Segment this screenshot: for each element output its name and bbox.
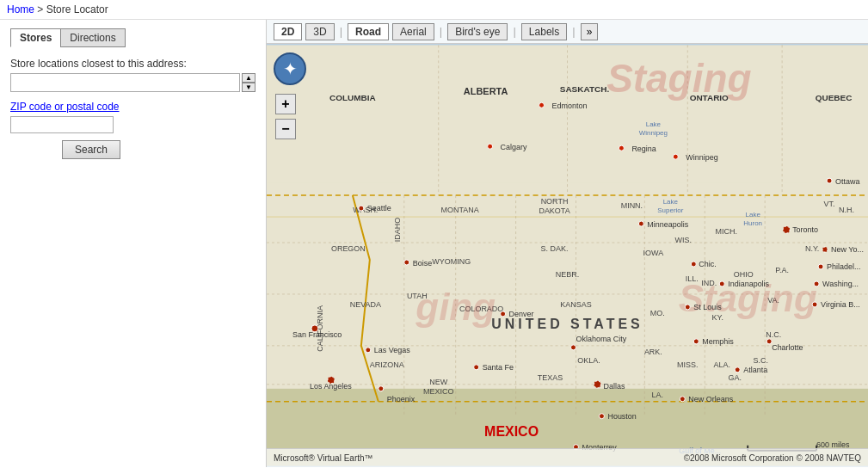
toolbar-sep1: | (340, 25, 342, 38)
svg-text:SASKATCH.: SASKATCH. (560, 84, 610, 94)
svg-text:UNITED STATES: UNITED STATES (491, 317, 643, 331)
svg-text:ALA.: ALA. (714, 360, 730, 369)
map-svg: ALBERTA SASKATCH. COLUMBIA ONTARIO QUEBE… (267, 44, 868, 467)
svg-text:Huron: Huron (743, 219, 762, 227)
svg-text:Los Angeles: Los Angeles (310, 382, 352, 391)
toolbar-sep4: | (572, 25, 575, 38)
address-scroll-up[interactable]: ▲ (242, 73, 255, 83)
road-button[interactable]: Road (348, 23, 389, 40)
svg-point-129 (812, 302, 817, 307)
zip-input[interactable] (10, 116, 114, 133)
svg-text:Indianapolis: Indianapolis (728, 280, 769, 288)
address-input[interactable] (10, 73, 240, 92)
map-copyright: ©2008 Microsoft Corporation © 2008 NAVTE… (684, 453, 861, 463)
svg-text:Minneapolis: Minneapolis (647, 220, 688, 229)
labels-button[interactable]: Labels (521, 23, 567, 40)
birds-eye-button[interactable]: Bird's eye (447, 23, 508, 40)
svg-text:COLUMBIA: COLUMBIA (329, 93, 376, 102)
svg-text:GA.: GA. (728, 373, 741, 382)
svg-text:MEXICO: MEXICO (423, 387, 453, 396)
search-button[interactable]: Search (62, 140, 120, 159)
tab-stores[interactable]: Stores (10, 28, 60, 47)
svg-text:Virginia B...: Virginia B... (821, 300, 860, 309)
svg-text:Atlanta: Atlanta (743, 366, 767, 374)
svg-text:MINN.: MINN. (621, 201, 643, 210)
svg-text:NORTH: NORTH (541, 197, 569, 206)
svg-point-97 (594, 381, 600, 388)
svg-point-75 (619, 145, 624, 151)
svg-text:S. DAK.: S. DAK. (541, 244, 569, 253)
svg-text:St Louis: St Louis (693, 303, 722, 311)
svg-text:Regina: Regina (631, 145, 656, 153)
svg-point-87 (379, 386, 384, 391)
svg-text:New Yo...: New Yo... (831, 245, 864, 254)
svg-text:N.C.: N.C. (766, 330, 781, 339)
svg-text:Dallas: Dallas (603, 382, 625, 391)
zoom-in-button[interactable]: + (275, 94, 296, 114)
zip-link[interactable]: ZIP code or postal code (10, 101, 255, 113)
svg-point-107 (685, 305, 690, 310)
svg-text:IDAHO: IDAHO (393, 218, 402, 242)
svg-text:MICH.: MICH. (716, 227, 737, 236)
svg-text:Houston: Houston (607, 412, 636, 421)
svg-text:Phoenix: Phoenix (387, 395, 416, 403)
svg-text:Washing...: Washing... (822, 280, 859, 288)
svg-text:WYOMING: WYOMING (432, 257, 471, 266)
svg-point-121 (827, 178, 832, 183)
svg-text:Toronto: Toronto (792, 225, 818, 234)
svg-point-127 (814, 281, 819, 286)
view-3d-button[interactable]: 3D (305, 23, 334, 40)
map-toolbar: 2D 3D | Road Aerial | Bird's eye | Label… (267, 20, 868, 44)
svg-text:S.C.: S.C. (753, 356, 767, 365)
svg-text:MISS.: MISS. (677, 360, 698, 369)
svg-text:TEXAS: TEXAS (538, 373, 563, 382)
svg-point-73 (488, 144, 493, 149)
svg-text:Superior: Superior (657, 206, 683, 214)
svg-text:QUEBEC: QUEBEC (816, 93, 853, 102)
svg-text:Memphis: Memphis (702, 337, 734, 346)
map-nav-button[interactable]: ✦ (274, 52, 306, 85)
svg-text:Lake: Lake (646, 120, 662, 128)
svg-point-93 (474, 365, 479, 370)
svg-point-109 (719, 281, 724, 286)
svg-point-77 (673, 154, 678, 159)
expand-button[interactable]: » (581, 23, 599, 40)
svg-point-103 (638, 221, 643, 226)
breadcrumb: Home > Store Locator (0, 0, 868, 20)
address-label: Store locations closest to this address: (10, 58, 255, 70)
zoom-out-button[interactable]: − (275, 119, 296, 139)
svg-text:San Francisco: San Francisco (292, 330, 342, 339)
tab-directions[interactable]: Directions (60, 28, 125, 47)
address-scroll-down[interactable]: ▼ (242, 83, 255, 92)
svg-text:Philadel...: Philadel... (827, 262, 860, 271)
svg-point-125 (818, 264, 823, 269)
svg-point-79 (359, 206, 364, 211)
svg-text:DAKOTA: DAKOTA (539, 206, 569, 215)
virtual-earth-label: Virtual Earth™ (317, 453, 373, 463)
svg-text:WIS.: WIS. (675, 236, 692, 244)
toolbar-sep3: | (513, 25, 515, 38)
svg-text:Edmonton: Edmonton (552, 102, 588, 110)
svg-text:Santa Fe: Santa Fe (483, 363, 514, 372)
aerial-button[interactable]: Aerial (392, 23, 434, 40)
svg-text:ARIZONA: ARIZONA (370, 360, 404, 369)
svg-point-123 (822, 247, 828, 252)
svg-point-71 (539, 102, 545, 108)
svg-text:NEW: NEW (429, 378, 447, 386)
svg-text:LA.: LA. (652, 391, 663, 399)
svg-text:Winnipeg: Winnipeg (686, 153, 717, 162)
sidebar: Stores Directions Store locations closes… (0, 20, 267, 467)
svg-text:P.A.: P.A. (775, 266, 789, 274)
svg-text:NEBR.: NEBR. (556, 270, 579, 279)
breadcrumb-separator: > (37, 3, 43, 15)
svg-point-115 (735, 367, 740, 373)
view-2d-button[interactable]: 2D (274, 23, 302, 40)
svg-text:ARK.: ARK. (644, 348, 662, 356)
breadcrumb-current: Store Locator (46, 3, 108, 15)
svg-text:Calgary: Calgary (501, 143, 527, 151)
breadcrumb-home-link[interactable]: Home (7, 3, 34, 15)
svg-text:ALBERTA: ALBERTA (464, 86, 508, 96)
microsoft-label: Microsoft® (274, 453, 317, 463)
svg-text:Winnipeg: Winnipeg (639, 129, 668, 137)
svg-point-113 (680, 397, 685, 402)
